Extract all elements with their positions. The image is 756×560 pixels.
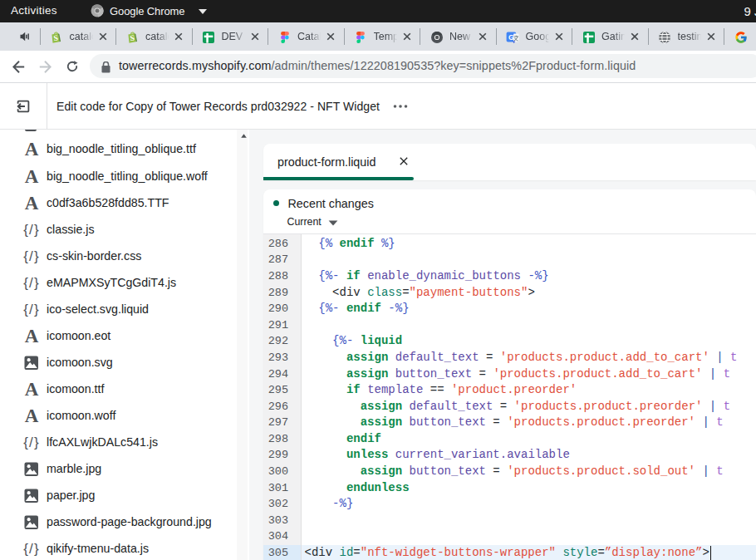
svg-text:G: G (508, 33, 514, 42)
